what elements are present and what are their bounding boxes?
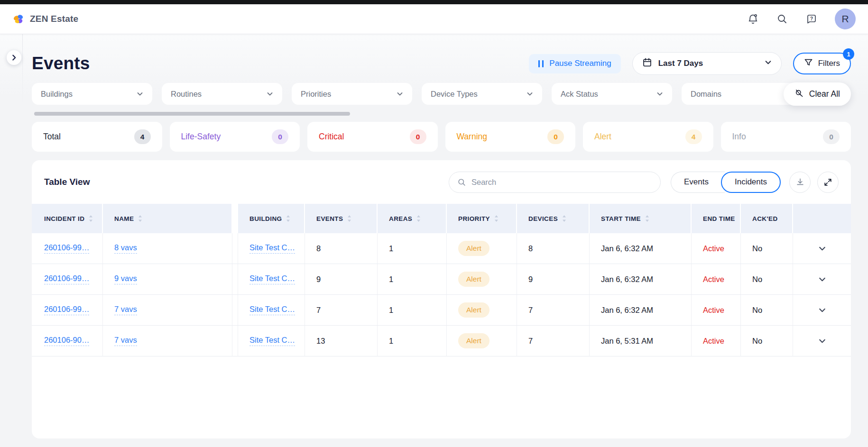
date-range-dropdown[interactable]: Last 7 Days [632,52,782,75]
incident-name-link[interactable]: 8 vavs [114,243,137,254]
incident-id-link[interactable]: 260106-99… [44,274,89,284]
start-time-cell: Jan 6, 6:32 AM [590,233,692,264]
chip-label: Warning [457,132,488,142]
horizontal-scrollbar-thumb[interactable] [34,112,350,116]
date-range-value: Last 7 Days [658,59,703,68]
notifications-bell-icon[interactable] [747,13,759,25]
areas-count-cell: 1 [378,264,447,294]
chip-label: Alert [594,132,611,142]
areas-count-cell: 1 [378,295,447,325]
calendar-icon [642,57,652,70]
expand-fullscreen-button[interactable] [817,172,839,193]
table-row: 260106-99… 8 vavs Site Test C… 8 1 Alert… [32,233,851,264]
sort-icon [138,215,142,222]
incident-id-link[interactable]: 260106-99… [44,243,89,254]
column-header-devices[interactable]: DEVICES [517,204,590,233]
devices-count-cell: 9 [517,264,590,294]
column-header-acked[interactable]: ACK'ED [741,204,793,233]
window-top-strip [0,0,868,4]
page-title: Events [32,54,90,73]
search-input[interactable] [471,178,652,187]
end-time-status: Active [692,295,741,325]
column-header-events[interactable]: EVENTS [305,204,378,233]
sort-icon [89,215,93,222]
search-icon[interactable] [776,13,788,25]
filter-dropdown-priorities[interactable]: Priorities [292,83,412,105]
sort-icon [347,215,351,222]
summary-chip-warning[interactable]: Warning 0 [445,122,576,152]
filter-dropdown-label: Domains [691,90,721,99]
column-header-incident-id[interactable]: INCIDENT ID [32,204,103,233]
summary-chip-alert[interactable]: Alert 4 [583,122,713,152]
pause-streaming-button[interactable]: Pause Streaming [529,54,620,73]
table-body: 260106-99… 8 vavs Site Test C… 8 1 Alert… [32,233,851,356]
filter-dropdown-buildings[interactable]: Buildings [32,83,152,105]
acked-cell: No [741,233,793,264]
incident-id-link[interactable]: 260106-99… [44,305,89,315]
table-search [449,172,661,193]
building-link[interactable]: Site Test C… [249,274,295,284]
chevron-down-icon [765,59,772,68]
pinned-column-divider [232,264,238,294]
user-avatar[interactable]: R [835,9,856,29]
devices-count-cell: 8 [517,233,590,264]
column-header-start-time[interactable]: START TIME [590,204,692,233]
devices-count-cell: 7 [517,326,590,356]
summary-chip-life-safety[interactable]: Life-Safety 0 [170,122,300,152]
row-expand-chevron[interactable] [793,233,851,264]
row-expand-chevron[interactable] [793,295,851,325]
events-count-cell: 8 [305,233,378,264]
chevron-down-icon [267,91,273,97]
summary-chip-total[interactable]: Total 4 [32,122,162,152]
incident-name-link[interactable]: 9 vavs [114,274,137,284]
tab-incidents[interactable]: Incidents [721,172,781,193]
table-row: 260106-90… 7 vavs Site Test C… 13 1 Aler… [32,326,851,356]
brand-name: ZEN Estate [30,14,78,24]
filter-dropdown-ack-status[interactable]: Ack Status [552,83,672,105]
column-header-end-time[interactable]: END TIME [692,204,741,233]
events-page: Events Pause Streaming Last 7 Days [0,34,868,447]
building-link[interactable]: Site Test C… [249,243,295,254]
pinned-column-divider [232,326,238,356]
building-link[interactable]: Site Test C… [249,305,295,315]
summary-chip-critical[interactable]: Critical 0 [307,122,438,152]
filter-dropdown-device-types[interactable]: Device Types [422,83,542,105]
events-incidents-toggle: Events Incidents [671,172,781,193]
chip-count-badge: 0 [410,129,426,144]
chevron-down-icon [818,275,826,283]
chevron-down-icon [818,245,826,253]
horizontal-scrollbar [32,112,851,116]
priority-badge: Alert [458,272,489,287]
filters-label: Filters [818,59,840,68]
sidebar-expand-button[interactable] [7,50,21,65]
pause-icon [538,60,544,67]
expand-icon [823,178,832,187]
summary-chip-info[interactable]: Info 0 [721,122,851,152]
column-header-name[interactable]: NAME [103,204,232,233]
building-link[interactable]: Site Test C… [249,336,295,346]
sort-icon [494,215,499,222]
pause-streaming-label: Pause Streaming [549,59,611,68]
row-expand-chevron[interactable] [793,326,851,356]
chip-count-badge: 0 [823,129,840,144]
column-header-building[interactable]: BUILDING [238,204,305,233]
incident-name-link[interactable]: 7 vavs [114,305,137,315]
chip-count-badge: 0 [272,129,288,144]
clear-all-button[interactable]: Clear All [784,82,851,106]
areas-count-cell: 1 [378,326,447,356]
table-row: 260106-99… 7 vavs Site Test C… 7 1 Alert… [32,295,851,326]
filters-button[interactable]: Filters 1 [793,53,851,74]
column-header-areas[interactable]: AREAS [378,204,447,233]
sort-icon [416,215,421,222]
help-icon[interactable]: ? [805,13,818,25]
filter-dropdown-routines[interactable]: Routines [162,83,282,105]
end-time-status: Active [692,264,741,294]
incident-id-link[interactable]: 260106-90… [44,336,89,346]
incident-name-link[interactable]: 7 vavs [114,336,137,346]
tab-events[interactable]: Events [671,172,725,193]
row-expand-chevron[interactable] [793,264,851,294]
column-header-priority[interactable]: PRIORITY [447,204,517,233]
chip-label: Critical [319,132,344,142]
clear-all-label: Clear All [809,89,840,99]
download-button[interactable] [789,172,811,193]
